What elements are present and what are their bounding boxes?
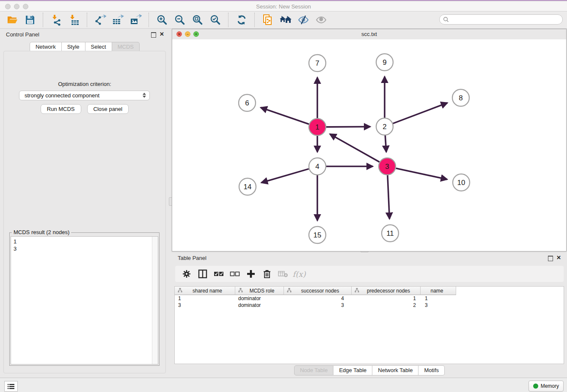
export-table-button[interactable]	[111, 13, 125, 27]
import-table-icon	[68, 14, 80, 26]
fx-icon: f(x)	[293, 270, 306, 279]
control-panel-title: Control Panel	[6, 31, 39, 38]
column-header-successor-nodes[interactable]: successor nodes	[284, 287, 352, 295]
table-cell: dominator	[235, 302, 284, 309]
clone-network-icon	[262, 14, 274, 26]
table-row[interactable]: 3dominator323	[175, 302, 564, 309]
graph-edge-3-11[interactable]	[388, 175, 390, 219]
apply-layout-button[interactable]	[234, 13, 249, 27]
plus-icon	[246, 269, 256, 279]
mcds-tab-content: Optimization criterion: strongly connect…	[3, 51, 166, 373]
select-all-button[interactable]	[212, 268, 225, 280]
import-network-button[interactable]	[49, 13, 63, 27]
mcds-result-area[interactable]: 1 3	[11, 236, 158, 364]
task-history-button[interactable]	[4, 381, 18, 392]
toolbar-separator	[87, 13, 88, 27]
tab-node-table[interactable]: Node Table	[294, 365, 334, 375]
clone-network-button[interactable]	[261, 13, 275, 27]
graph-edge-3-10[interactable]	[396, 168, 447, 179]
column-header-MCDS-role[interactable]: MCDS role	[235, 287, 284, 295]
open-session-button[interactable]	[5, 13, 19, 27]
gear-icon	[182, 269, 191, 279]
network-window-titlebar: ✕ − + scc.txt	[172, 29, 566, 40]
tab-network-table[interactable]: Network Table	[372, 365, 418, 375]
node-table: shared nameMCDS rolesuccessor nodesprede…	[174, 286, 564, 364]
scrollbar-track[interactable]	[152, 237, 158, 364]
columns-icon	[198, 269, 207, 279]
save-session-button[interactable]	[23, 13, 37, 27]
export-image-button[interactable]	[129, 13, 143, 27]
close-panel-button-inner[interactable]: Close panel	[87, 104, 129, 114]
search-field	[439, 14, 563, 25]
criterion-select[interactable]: strongly connected component	[19, 91, 150, 100]
toolbar-separator	[228, 13, 229, 27]
memory-label: Memory	[541, 383, 559, 389]
graph-edge-3-1[interactable]	[330, 134, 380, 162]
graph-edge-2-8[interactable]	[393, 103, 448, 124]
zoom-fit-icon	[192, 14, 204, 26]
check-all-icon	[214, 271, 224, 277]
zoom-fit-button[interactable]	[190, 13, 205, 27]
graph-node-label: 6	[245, 99, 249, 107]
hide-selected-button[interactable]	[296, 13, 311, 27]
list-icon	[7, 384, 15, 389]
optimization-criterion-label: Optimization criterion:	[4, 81, 165, 87]
eye-slash-icon	[297, 14, 309, 25]
houses-icon	[279, 14, 292, 25]
control-panel-header: Control Panel ✕	[0, 29, 169, 40]
graph-node-label: 1	[315, 123, 319, 131]
close-panel-button[interactable]: ✕	[160, 31, 164, 37]
tab-motifs[interactable]: Motifs	[418, 365, 445, 375]
toolbar-separator	[149, 13, 149, 27]
graph-edge-1-6[interactable]	[261, 108, 309, 124]
tree-icon	[175, 288, 182, 294]
tree-icon	[284, 288, 292, 294]
table-cell: 1	[352, 295, 421, 302]
graph-edge-4-14[interactable]	[261, 169, 309, 183]
zoom-in-button[interactable]	[155, 13, 169, 27]
zoom-selected-button[interactable]	[208, 13, 223, 27]
toggle-column-button[interactable]	[196, 268, 209, 280]
graph-edge-1-2[interactable]	[326, 127, 370, 127]
column-header-name[interactable]: name	[421, 287, 456, 295]
add-button[interactable]	[245, 268, 257, 280]
delete-table-icon	[278, 270, 288, 278]
save-icon	[25, 14, 36, 25]
search-input[interactable]	[449, 15, 562, 24]
function-builder-button[interactable]: f(x)	[293, 268, 306, 280]
export-network-button[interactable]	[93, 13, 107, 27]
run-mcds-button[interactable]: Run MCDS	[41, 104, 81, 114]
deselect-all-button[interactable]	[228, 268, 241, 280]
import-table-button[interactable]	[67, 13, 81, 27]
table-cell: dominator	[235, 295, 284, 302]
show-all-button[interactable]	[314, 13, 328, 27]
delete-table-button[interactable]	[277, 268, 289, 280]
table-header-row: shared nameMCDS rolesuccessor nodesprede…	[175, 287, 564, 295]
graph-edge-2-3[interactable]	[385, 135, 386, 152]
select-chevrons-icon	[143, 93, 146, 98]
close-table-panel-button[interactable]: ✕	[556, 255, 561, 261]
table-panel-title: Table Panel	[178, 255, 206, 261]
column-header-shared-name[interactable]: shared name	[175, 287, 235, 295]
delete-column-button[interactable]	[261, 268, 273, 280]
open-folder-icon	[6, 14, 18, 26]
graph-node-label: 8	[459, 94, 462, 102]
application-window: Session: New Session	[0, 0, 567, 392]
export-network-icon	[94, 14, 106, 26]
float-panel-button[interactable]	[151, 32, 156, 38]
table-settings-button[interactable]	[180, 268, 193, 280]
memory-button[interactable]: Memory	[528, 381, 564, 392]
home-button[interactable]	[278, 13, 293, 27]
zoom-out-button[interactable]	[173, 13, 187, 27]
float-table-panel-button[interactable]	[548, 256, 553, 261]
tab-edge-table[interactable]: Edge Table	[333, 365, 372, 375]
column-header-predecessor-nodes[interactable]: predecessor nodes	[352, 287, 421, 295]
graph-node-label: 11	[386, 229, 394, 237]
table-cell: 1	[421, 295, 456, 302]
network-canvas[interactable]: 1234678910111415	[172, 39, 566, 251]
table-row[interactable]: 1dominator411	[175, 295, 564, 302]
table-toolbar: f(x)	[175, 266, 564, 282]
tree-icon	[352, 288, 359, 294]
table-cell: 3	[421, 302, 456, 309]
table-cell: 3	[284, 302, 352, 309]
